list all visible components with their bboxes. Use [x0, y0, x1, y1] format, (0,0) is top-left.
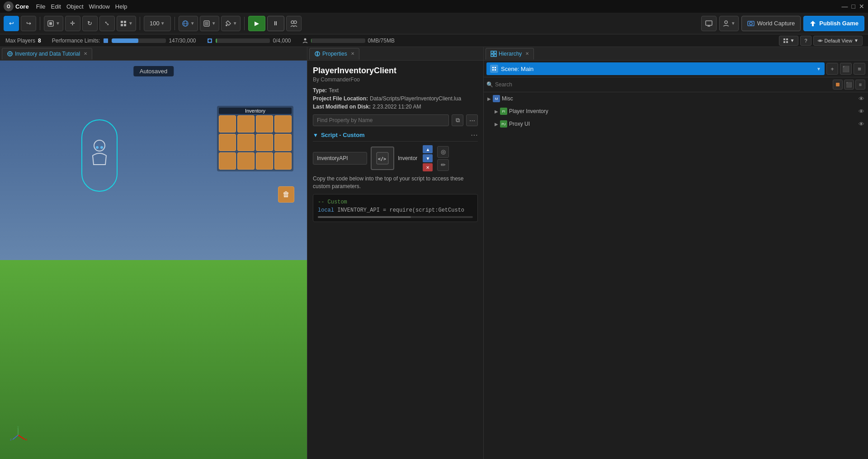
hierarchy-player-inventory-item[interactable]: ▶ PI Player Inventory 👁 [484, 105, 868, 118]
svg-line-35 [18, 435, 25, 440]
proxy-ui-visibility-button[interactable]: 👁 [859, 121, 864, 128]
hierarchy-content: ▶ M Misc 👁 ▶ PI Player Inventory 👁 ▶ PU … [484, 92, 868, 459]
default-view-button[interactable]: Default View ▼ [813, 36, 863, 46]
play-button[interactable]: ▶ [248, 16, 265, 31]
inventory-cells [219, 115, 292, 170]
props-search-input[interactable] [313, 114, 449, 126]
array-buttons: ▲ ▼ ✕ [423, 145, 433, 171]
svg-rect-2 [121, 21, 123, 23]
inv-cell-6 [237, 134, 255, 151]
cube-icon [103, 38, 109, 44]
scene-dropdown[interactable]: Scene: Main ▼ [486, 62, 825, 75]
player-icon [88, 137, 111, 169]
redo-button[interactable]: ↪ [21, 16, 36, 31]
minimize-button[interactable]: — [842, 3, 848, 10]
settings-view-button[interactable]: ? [800, 36, 811, 46]
hierarchy-filter-button[interactable]: ⬛ [840, 63, 852, 75]
monitor-button[interactable] [701, 16, 717, 31]
grid-button[interactable]: ▼ [117, 16, 136, 31]
move-tool-button[interactable]: ✛ [65, 16, 80, 31]
hierarchy-tab[interactable]: Hierarchy ✕ [486, 48, 534, 60]
world-toggle-button[interactable]: ▼ [179, 16, 198, 31]
avatar-button[interactable]: ▼ [719, 16, 739, 31]
properties-tab-bar: Properties ✕ [307, 47, 483, 61]
publish-game-icon [809, 20, 816, 27]
svg-rect-27 [786, 41, 788, 43]
viewport-tab-close[interactable]: ✕ [84, 51, 87, 56]
properties-content: PlayerInventoryClient By CommanderFoo Ty… [307, 61, 483, 459]
code-scrollbar[interactable] [318, 216, 473, 218]
publish-game-label: Publish Game [819, 20, 859, 27]
properties-tab-close[interactable]: ✕ [351, 51, 354, 56]
player-character [81, 119, 118, 192]
world-capture-label: World Capture [757, 20, 795, 27]
h-filter-type-btn[interactable]: ⬛ [844, 80, 854, 90]
hierarchy-toolbar: Scene: Main ▼ + ⬛ ≡ [484, 61, 868, 77]
svg-rect-50 [494, 54, 496, 57]
player-inv-visibility-button[interactable]: 👁 [859, 108, 864, 115]
multiplayer-button[interactable] [286, 16, 302, 31]
logo-icon: O [4, 1, 14, 11]
move-down-button[interactable]: ▼ [423, 154, 433, 162]
svg-point-17 [725, 21, 727, 24]
svg-point-19 [750, 22, 752, 25]
props-copy-button[interactable]: ⧉ [452, 114, 463, 126]
delete-item-button[interactable]: ✕ [423, 163, 433, 171]
hierarchy-tab-close[interactable]: ✕ [525, 51, 529, 56]
menu-edit[interactable]: Edit [51, 3, 61, 10]
hierarchy-add-button[interactable]: + [826, 63, 838, 75]
script-custom-more-button[interactable]: ⋯ [471, 131, 478, 139]
inventory-api-field[interactable] [313, 152, 367, 165]
terrain-button[interactable]: ▼ [200, 16, 219, 31]
svg-rect-47 [491, 51, 493, 53]
viewport-tab[interactable]: Inventory and Data Tutorial ✕ [2, 48, 92, 60]
inv-cell-12 [274, 152, 292, 170]
hierarchy-search-input[interactable] [495, 79, 831, 90]
undo-button[interactable]: ↩ [4, 16, 19, 31]
menu-file[interactable]: File [36, 3, 46, 10]
hierarchy-misc-item[interactable]: ▶ M Misc 👁 [484, 92, 868, 105]
rotate-tool-button[interactable]: ↻ [82, 16, 98, 31]
menu-object[interactable]: Object [66, 3, 84, 10]
toolbar-separator-3 [175, 17, 175, 30]
perf-limits-stat: Performance Limits: 147/30,000 [52, 38, 196, 44]
maximize-button[interactable]: □ [852, 3, 855, 10]
hierarchy-tab-bar: Hierarchy ✕ [484, 47, 868, 61]
properties-tab[interactable]: Properties ✕ [309, 48, 359, 60]
props-more-button[interactable]: ⋯ [466, 114, 478, 126]
stat-bar-1 [112, 38, 166, 43]
world-capture-button[interactable]: World Capture [741, 16, 801, 31]
pause-button[interactable]: ⏸ [267, 16, 284, 31]
script-custom-header: ▼ Script - Custom ⋯ [313, 129, 478, 142]
inv-api-icon: </> [371, 147, 394, 170]
axes-indicator: x y z [9, 426, 27, 445]
brush-button[interactable]: ▼ [221, 16, 241, 31]
move-up-button[interactable]: ▲ [423, 145, 433, 153]
h-filter-sort-btn[interactable]: ≡ [855, 80, 865, 90]
player-inv-label: Player Inventory [509, 108, 548, 114]
close-button[interactable]: ✕ [859, 3, 864, 10]
grid-size-input[interactable]: 100 ▼ [144, 16, 171, 31]
edit-button[interactable]: ✏ [437, 159, 449, 171]
scene-icon-svg [492, 66, 496, 71]
h-filter-cube-btn[interactable] [833, 80, 843, 90]
misc-icon: M [493, 95, 500, 102]
misc-visibility-button[interactable]: 👁 [859, 95, 864, 102]
select-tool-button[interactable]: ▼ [44, 16, 63, 31]
scale-tool-button[interactable]: ⤡ [99, 16, 115, 31]
svg-line-37 [13, 435, 18, 440]
inventory-delete-button[interactable]: 🗑 [278, 186, 294, 203]
menu-help[interactable]: Help [115, 3, 127, 10]
props-type-label: Type: [313, 87, 327, 94]
h-cube-icon [835, 82, 840, 87]
hierarchy-settings-button[interactable]: ≡ [854, 63, 865, 75]
props-object-title: PlayerInventoryClient [313, 66, 478, 76]
scene-dd-icon [490, 65, 498, 73]
layout-view-button[interactable]: ▼ [779, 36, 799, 46]
publish-game-button[interactable]: Publish Game [803, 16, 864, 31]
target-button[interactable]: ◎ [437, 146, 449, 158]
menu-window[interactable]: Window [89, 3, 110, 10]
hierarchy-proxy-ui-item[interactable]: ▶ PU Proxy UI 👁 [484, 118, 868, 130]
inv-cell-3 [256, 115, 273, 132]
misc-label: Misc [502, 95, 513, 102]
